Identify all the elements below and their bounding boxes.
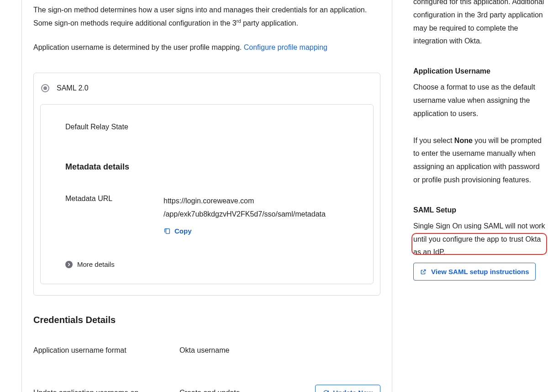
metadata-url-label: Metadata URL: [65, 195, 132, 235]
app-username-help-2: If you select None you will be prompted …: [413, 134, 548, 187]
svg-rect-0: [166, 228, 169, 233]
configure-profile-mapping-link[interactable]: Configure profile mapping: [244, 43, 327, 51]
app-username-format-row: Application username format Okta usernam…: [33, 346, 380, 355]
metadata-url-value: https://login.coreweave.com /app/exk7ub8…: [163, 195, 326, 221]
app-username-heading: Application Username: [413, 67, 548, 75]
external-link-icon: [420, 269, 427, 275]
view-saml-setup-instructions-button[interactable]: View SAML setup instructions: [413, 263, 536, 281]
metadata-details-heading: Metadata details: [65, 162, 348, 172]
default-relay-state-label: Default Relay State: [65, 123, 348, 131]
saml-setup-heading: SAML Setup: [413, 206, 548, 214]
saml-method-card: SAML 2.0 Default Relay State Metadata de…: [33, 73, 380, 296]
saml-details-card: Default Relay State Metadata details Met…: [40, 104, 374, 285]
profile-mapping-prefix: Application username is determined by th…: [33, 43, 244, 51]
update-username-value: Create and update: [179, 389, 240, 392]
radio-selected-icon: [41, 84, 49, 92]
app-username-help-1: Choose a format to use as the default us…: [413, 81, 548, 120]
update-now-button[interactable]: Update Now: [315, 385, 380, 392]
main-panel: The sign-on method determines how a user…: [21, 0, 392, 392]
saml-setup-help: Single Sign On using SAML will not work …: [413, 220, 548, 259]
app-username-format-value: Okta username: [179, 346, 380, 355]
signon-description: The sign-on method determines how a user…: [33, 4, 380, 30]
app-username-format-label: Application username format: [33, 346, 179, 355]
credentials-details-heading: Credentials Details: [33, 315, 380, 325]
clipboard-icon: [163, 228, 171, 235]
saml-radio-row[interactable]: SAML 2.0: [40, 84, 374, 92]
chevron-right-icon: [65, 261, 73, 268]
profile-mapping-line: Application username is determined by th…: [33, 41, 380, 54]
update-username-label: Update application username on: [33, 389, 179, 392]
update-username-row: Update application username on Create an…: [33, 385, 380, 392]
sidebar-intro-partial: configured for this application. Additio…: [413, 0, 548, 48]
metadata-url-row: Metadata URL https://login.coreweave.com…: [65, 195, 348, 235]
saml-radio-label: SAML 2.0: [57, 84, 89, 92]
sidebar-help: configured for this application. Additio…: [413, 0, 548, 281]
refresh-icon: [323, 390, 329, 392]
copy-button[interactable]: Copy: [163, 227, 326, 235]
more-details-toggle[interactable]: More details: [65, 260, 115, 268]
